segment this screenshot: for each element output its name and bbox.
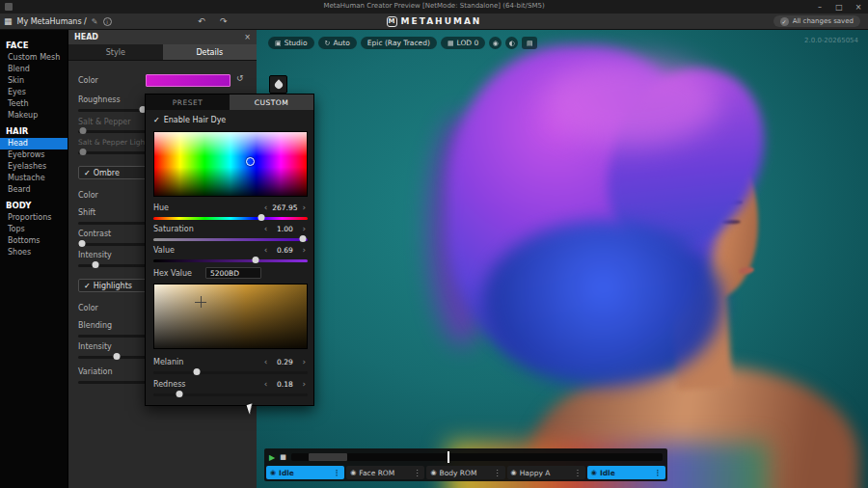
sidebar-item-custom-mesh[interactable]: Custom Mesh <box>0 52 68 64</box>
hue-value[interactable]: 267.95 <box>271 203 298 212</box>
camera-icon: ◉ <box>493 40 499 47</box>
sidebar-item-tops[interactable]: Tops <box>0 224 68 235</box>
auto-icon: ↻ <box>325 40 331 47</box>
redness-label: Redness <box>153 380 186 389</box>
melanin-picker[interactable] <box>153 284 308 349</box>
screenshot-button[interactable]: ▤ <box>522 37 537 49</box>
color-picker-popup: PRESET CUSTOM ✓ Enable Hair Dye Hue ‹ 26… <box>145 94 314 406</box>
sidebar-item-blend[interactable]: Blend <box>0 64 68 75</box>
enable-hair-dye-checkbox[interactable]: ✓ Enable Hair Dye <box>153 116 226 124</box>
edit-name-icon[interactable]: ✎ <box>92 17 98 26</box>
tab-custom[interactable]: CUSTOM <box>230 95 313 110</box>
sidebar-item-skin[interactable]: Skin <box>0 75 68 87</box>
minimize-button[interactable]: – <box>810 0 829 14</box>
sidebar-item-teeth[interactable]: Teeth <box>0 98 68 110</box>
sidebar-item-eyelashes[interactable]: Eyelashes <box>0 161 68 173</box>
melanin-slider[interactable] <box>153 369 308 376</box>
kebab-icon[interactable]: ⋮ <box>574 469 582 477</box>
sidebar-item-bottoms[interactable]: Bottoms <box>0 235 68 247</box>
ombre-color-label: Color <box>78 191 98 200</box>
saturation-value[interactable]: 1.00 <box>271 225 298 233</box>
melanin-pick-indicator[interactable] <box>195 296 206 308</box>
undo-icon[interactable]: ↶ <box>198 16 205 26</box>
anim-slot-idle-2[interactable]: ◉ Idle ⋮ <box>587 466 665 479</box>
melanin-increment[interactable]: › <box>302 358 306 366</box>
anim-slot-body-rom[interactable]: ◉ Body ROM ⋮ <box>426 466 504 479</box>
metahuman-logo-icon: M <box>387 16 397 27</box>
redness-value[interactable]: 0.18 <box>271 380 298 389</box>
saturation-slider[interactable] <box>153 236 308 243</box>
quality-chip[interactable]: Epic (Ray Traced) <box>361 37 437 49</box>
close-button[interactable]: × <box>849 0 868 14</box>
ombre-checkbox[interactable]: ✓ Ombre <box>78 166 149 179</box>
kebab-icon[interactable]: ⋮ <box>494 469 502 477</box>
saturation-label: Saturation <box>153 225 194 233</box>
value-decrement[interactable]: ‹ <box>264 246 268 254</box>
reset-color-icon[interactable]: ↺ <box>236 73 244 83</box>
portrait-hair-highlight <box>544 57 719 146</box>
saturation-decrement[interactable]: ‹ <box>264 225 268 232</box>
kebab-icon[interactable]: ⋮ <box>413 469 420 477</box>
tab-details[interactable]: Details <box>163 44 258 60</box>
play-button[interactable]: ▶ <box>269 453 275 462</box>
redness-increment[interactable]: › <box>302 380 306 388</box>
camera-view-button[interactable]: ◉ <box>489 37 502 49</box>
anim-slot-idle-1[interactable]: ◉ Idle ⋮ <box>266 466 344 479</box>
color-pick-indicator[interactable] <box>246 157 255 166</box>
panel-close-icon[interactable]: × <box>244 33 251 41</box>
hue-slider[interactable] <box>153 215 308 222</box>
melanin-label: Melanin <box>153 358 183 366</box>
timeline-clip-segment <box>309 453 347 461</box>
value-slider[interactable] <box>153 258 308 264</box>
anim-slot-happy-a[interactable]: ◉ Happy A ⋮ <box>507 466 585 479</box>
saturation-increment[interactable]: › <box>302 225 306 232</box>
kebab-icon[interactable]: ⋮ <box>654 469 662 477</box>
kebab-icon[interactable]: ⋮ <box>333 469 340 477</box>
viewport-3d[interactable]: ▣ Studio ↻ Auto Epic (Ray Traced) ▦ LOD … <box>257 30 868 488</box>
value-increment[interactable]: › <box>302 246 306 254</box>
anim-slot-face-rom[interactable]: ◉ Face ROM ⋮ <box>346 466 424 479</box>
redness-slider[interactable] <box>153 392 308 398</box>
maximize-button[interactable]: □ <box>829 0 849 14</box>
sidebar-item-proportions[interactable]: Proportions <box>0 212 68 224</box>
hue-label: Hue <box>153 203 169 212</box>
melanin-decrement[interactable]: ‹ <box>264 358 268 366</box>
studio-lighting-chip[interactable]: ▣ Studio <box>268 37 314 49</box>
hex-value-input[interactable]: 5200BD <box>205 267 261 279</box>
info-icon[interactable]: i <box>103 17 112 26</box>
value-value[interactable]: 0.69 <box>271 246 298 255</box>
hair-dye-button[interactable] <box>269 75 287 94</box>
studio-icon: ▣ <box>275 40 282 47</box>
sidebar-item-shoes[interactable]: Shoes <box>0 247 68 258</box>
timeline-scrubber[interactable] <box>291 453 663 461</box>
value-label: Value <box>153 246 175 255</box>
lod-chip[interactable]: ▦ LOD 0 <box>441 37 485 49</box>
tab-preset[interactable]: PRESET <box>146 95 230 110</box>
sidebar-item-eyes[interactable]: Eyes <box>0 87 68 98</box>
playhead[interactable] <box>448 451 449 463</box>
hue-decrement[interactable]: ‹ <box>264 203 268 211</box>
panel-title: HEAD <box>74 33 244 41</box>
breadcrumb[interactable]: My MetaHumans / <box>17 17 87 26</box>
anim-icon: ◉ <box>270 469 276 476</box>
redo-icon[interactable]: ↷ <box>220 16 228 26</box>
sidebar-item-eyebrows[interactable]: Eyebrows <box>0 149 68 161</box>
tab-style[interactable]: Style <box>68 44 163 60</box>
hue-increment[interactable]: › <box>302 203 306 211</box>
hair-color-swatch[interactable] <box>146 74 231 87</box>
app-menu-icon[interactable]: ▦ <box>4 16 13 26</box>
anim-label: Face ROM <box>359 469 394 477</box>
section-face: FACE <box>0 36 68 52</box>
sidebar-item-head[interactable]: Head <box>0 138 68 149</box>
redness-decrement[interactable]: ‹ <box>264 380 268 388</box>
frame-subject-button[interactable]: ◐ <box>505 37 518 49</box>
sidebar-item-beard[interactable]: Beard <box>0 184 68 196</box>
sidebar-item-makeup[interactable]: Makeup <box>0 110 68 122</box>
hue-saturation-picker[interactable] <box>153 131 308 197</box>
sidebar-item-mustache[interactable]: Mustache <box>0 173 68 184</box>
auto-exposure-chip[interactable]: ↻ Auto <box>318 37 357 49</box>
melanin-value[interactable]: 0.29 <box>271 358 298 366</box>
animation-timeline: ▶ ■ ◉ Idle ⋮ ◉ Face ROM ⋮ <box>264 448 667 481</box>
saved-label: All changes saved <box>793 17 854 25</box>
stop-button[interactable]: ■ <box>280 453 286 461</box>
